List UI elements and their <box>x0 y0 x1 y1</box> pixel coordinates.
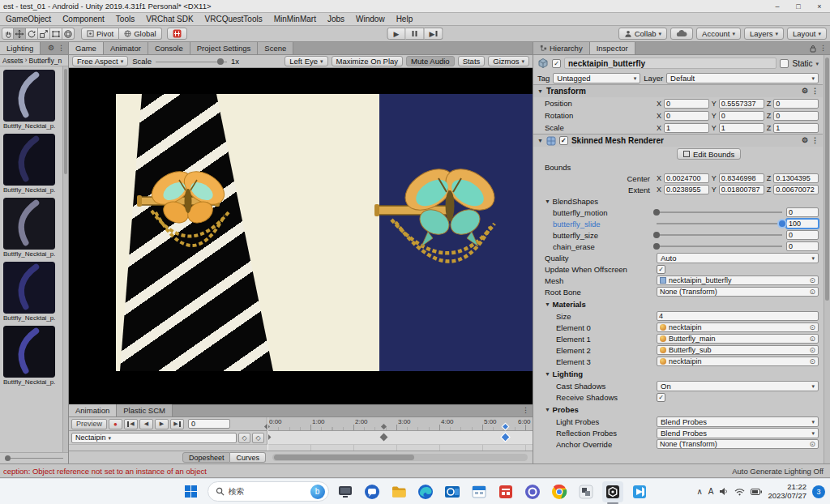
component-menu-icon[interactable]: ⋮ <box>811 88 819 95</box>
menu-help[interactable]: Help <box>391 15 419 23</box>
menu-window[interactable]: Window <box>350 15 391 23</box>
aspect-dropdown[interactable]: Free Aspect ▾ <box>72 56 128 66</box>
menu-minminmart[interactable]: MinMinMart <box>268 15 322 23</box>
record-button[interactable]: ● <box>109 419 122 429</box>
tab-hierarchy[interactable]: Hierarchy <box>533 42 590 54</box>
root-bone-field[interactable]: None (Transform) ⊙ <box>657 287 819 297</box>
app-icon-edge[interactable] <box>415 481 436 502</box>
tag-dropdown[interactable]: Untagged ▾ <box>553 73 640 83</box>
rotation-z-field[interactable]: 0 <box>773 111 819 121</box>
asset-item[interactable]: Buttfly_Necktai_p... <box>3 70 61 130</box>
center-y-field[interactable]: 0.8346998 <box>719 173 764 183</box>
probes-foldout[interactable]: ▼ Probes <box>533 403 823 416</box>
menu-vrcquesttools[interactable]: VRCQuestTools <box>199 15 268 23</box>
app-icon-unity[interactable] <box>602 481 623 502</box>
component-enabled-checkbox[interactable]: ✓ <box>559 136 568 145</box>
menu-dots-icon[interactable]: ⋮ <box>522 407 529 414</box>
blendshape-value-field[interactable]: 0 <box>786 230 819 240</box>
position-z-field[interactable]: 0 <box>773 99 819 109</box>
account-dropdown[interactable]: Account ▾ <box>696 28 741 40</box>
speaker-icon[interactable] <box>719 487 729 496</box>
pivot-toggle[interactable]: Pivot <box>81 28 119 40</box>
foldout-icon[interactable]: ▼ <box>545 301 550 307</box>
extent-x-field[interactable]: 0.0238955 <box>664 185 709 194</box>
prev-key-button[interactable]: ◀ <box>139 419 153 429</box>
add-keyframe-button[interactable]: ◇ <box>238 433 250 443</box>
app-icon-loop[interactable] <box>522 481 543 502</box>
presets-icon[interactable]: ⚙ <box>802 137 808 144</box>
app-icon-explorer[interactable] <box>388 481 409 502</box>
breadcrumb-root[interactable]: Assets <box>2 57 24 65</box>
layout-dropdown[interactable]: Layout ▾ <box>787 28 827 40</box>
rotate-tool-icon[interactable] <box>26 28 38 40</box>
playhead[interactable] <box>267 417 268 451</box>
stats-button[interactable]: Stats <box>458 56 486 66</box>
timeline-ruler[interactable]: 0:00 1:00 2:00 3:00 4:00 5:00 6:00 <box>267 417 533 430</box>
transform-tool-icon[interactable] <box>62 28 75 40</box>
center-x-field[interactable]: 0.0024700 <box>664 173 709 183</box>
menu-dots-icon[interactable]: ⋮ <box>58 45 65 52</box>
skinned-mesh-renderer-header[interactable]: ▼ ✓ Skinned Mesh Renderer ⚙ ⋮ <box>533 134 823 147</box>
keyframe-diamond[interactable] <box>502 434 510 442</box>
hand-tool-icon[interactable] <box>2 28 14 40</box>
thumbnail-zoom-slider[interactable] <box>5 458 63 459</box>
tab-project-settings[interactable]: Project Settings <box>190 42 259 54</box>
game-scale-slider[interactable] <box>156 58 227 66</box>
foldout-icon[interactable]: ▼ <box>537 138 543 143</box>
blendshape-value-field[interactable]: 100 <box>786 219 819 229</box>
update-offscreen-checkbox[interactable]: ✓ <box>657 265 665 274</box>
transform-header[interactable]: ▼ Transform ⚙ ⋮ <box>533 84 823 97</box>
step-button[interactable]: ▶ <box>425 28 443 40</box>
pause-button[interactable] <box>406 28 425 40</box>
layer-dropdown[interactable]: Default ▾ <box>666 73 819 83</box>
app-icon-device[interactable] <box>335 481 356 502</box>
red-tool-button[interactable] <box>167 28 187 40</box>
lighting-foldout[interactable]: ▼ Lighting <box>533 367 823 380</box>
minimize-button[interactable]: – <box>767 0 788 12</box>
scale-z-field[interactable]: 1 <box>773 123 819 133</box>
maximize-on-play-button[interactable]: Maximize On Play <box>332 56 404 66</box>
component-menu-icon[interactable]: ⋮ <box>811 137 819 144</box>
menu-component[interactable]: Component <box>57 15 110 23</box>
preview-button[interactable]: Preview <box>71 419 107 429</box>
blendshape-value-field[interactable]: 0 <box>786 207 819 217</box>
gizmos-dropdown[interactable]: Gizmos ▾ <box>488 56 529 66</box>
taskbar-search[interactable]: 検索 b <box>208 481 329 502</box>
play-button[interactable]: ▶ <box>387 28 406 40</box>
object-picker-icon[interactable]: ⊙ <box>809 288 815 296</box>
position-x-field[interactable]: 0 <box>664 99 709 109</box>
blendshape-slider[interactable] <box>657 230 782 240</box>
app-icon-calendar[interactable] <box>468 481 490 502</box>
tab-animator[interactable]: Animator <box>104 42 148 54</box>
menu-tools[interactable]: Tools <box>110 15 140 23</box>
ime-indicator[interactable]: A <box>708 487 714 496</box>
clock[interactable]: 21:22 2023/07/27 <box>768 483 806 501</box>
timeline-scrollbar[interactable] <box>272 454 528 461</box>
presets-icon[interactable]: ⚙ <box>802 88 808 95</box>
extent-z-field[interactable]: 0.00670072 <box>773 185 819 194</box>
scale-y-field[interactable]: 1 <box>719 123 764 133</box>
cloud-button[interactable] <box>670 28 693 40</box>
wifi-icon[interactable] <box>734 488 745 496</box>
layers-dropdown[interactable]: Layers ▾ <box>744 28 784 40</box>
material-field[interactable]: necktaipin ⊙ <box>657 322 819 332</box>
tab-inspector[interactable]: Inspector <box>590 42 635 54</box>
gameobject-name[interactable]: necktaipin_butterfly <box>564 58 777 69</box>
object-picker-icon[interactable]: ⊙ <box>809 323 815 331</box>
blendshape-slider[interactable] <box>657 219 782 229</box>
gameobject-cube-icon[interactable] <box>537 58 549 69</box>
quality-dropdown[interactable]: Auto ▾ <box>657 253 819 263</box>
static-caret-icon[interactable]: ▾ <box>815 61 819 66</box>
scale-tool-icon[interactable] <box>38 28 50 40</box>
menu-vrchat-sdk[interactable]: VRChat SDK <box>140 15 199 23</box>
anim-play-button[interactable]: ▶ <box>155 419 169 429</box>
close-button[interactable]: × <box>809 0 830 12</box>
tab-console[interactable]: Console <box>148 42 190 54</box>
keyframe-marker[interactable] <box>381 424 387 429</box>
gear-icon[interactable]: ⚙ <box>48 45 54 52</box>
blendshape-slider[interactable] <box>657 241 782 251</box>
mute-audio-button[interactable]: Mute Audio <box>406 56 455 66</box>
app-icon-outlook[interactable] <box>442 481 463 502</box>
inspector-scrollbar[interactable] <box>824 55 830 463</box>
reflection-probes-dropdown[interactable]: Blend Probes ▾ <box>657 428 819 438</box>
